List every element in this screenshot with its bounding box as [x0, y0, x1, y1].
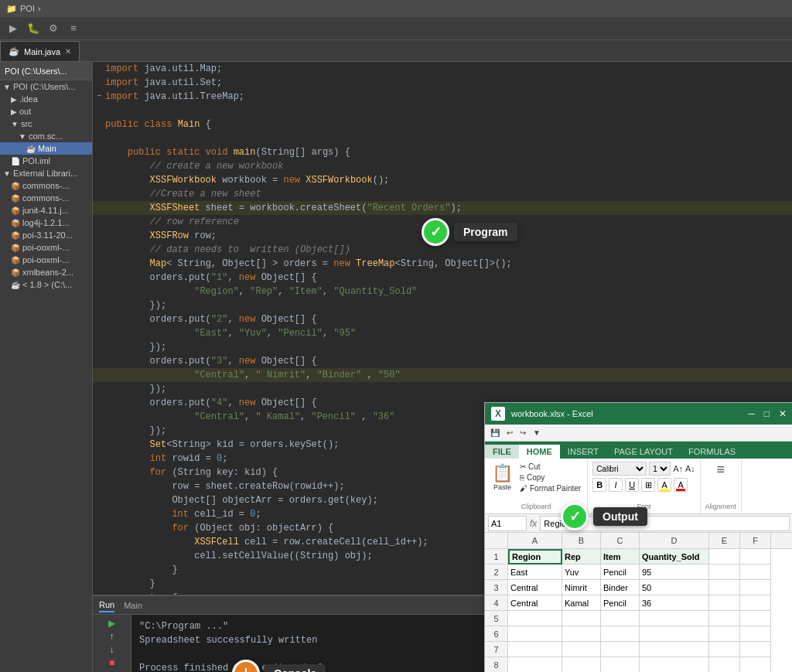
sidebar-item-poi-ooxml2[interactable]: 📦 poi-ooxml-... [0, 254, 92, 266]
underline-button[interactable]: U [625, 478, 639, 492]
sidebar-item-external-libs[interactable]: ▼ External Librari... [0, 167, 92, 179]
sidebar-header: POI (C:\Users\... [0, 62, 92, 80]
cell-a3[interactable]: Central [508, 580, 562, 595]
sidebar-item-junit[interactable]: 📦 junit-4.11.j... [0, 204, 92, 217]
settings-button[interactable]: ⚙ [45, 20, 62, 37]
cell-a2[interactable]: East [508, 565, 562, 580]
col-header-f: F [740, 533, 771, 548]
cell-d2[interactable]: 95 [640, 565, 709, 580]
paste-button[interactable]: 📋 Paste [490, 462, 515, 493]
code-line: import java.util.Map; [93, 62, 792, 76]
tab-insert[interactable]: INSERT [560, 445, 606, 459]
code-line: XSSFSheet sheet = workbook.createSheet("… [93, 201, 792, 215]
cell-d4[interactable]: 36 [640, 595, 709, 611]
folder-icon: ▶ [11, 107, 17, 116]
jar-icon: 📦 [11, 194, 20, 203]
sidebar-item-xmlbeans[interactable]: 📦 xmlbeans-2... [0, 266, 92, 278]
font-name-select[interactable]: Calibri [592, 462, 647, 476]
code-line: public static void main(String[] args) { [93, 145, 792, 159]
cell-b2[interactable]: Yuv [562, 565, 601, 580]
cut-button[interactable]: ✂ Cut [518, 462, 582, 472]
debug-button[interactable]: 🐛 [25, 20, 42, 37]
sidebar-item-package[interactable]: ▼ com.sc... [0, 130, 92, 142]
jar-icon: 📦 [11, 219, 20, 227]
more-toolbar-btn[interactable]: ▼ [531, 428, 543, 438]
minimize-icon[interactable]: ─ [748, 408, 755, 419]
border-button[interactable]: ⊞ [641, 478, 655, 492]
sidebar-item-src[interactable]: ▼ src [0, 118, 92, 130]
cell-d3[interactable]: 50 [640, 580, 709, 595]
cell-f1[interactable] [740, 549, 771, 565]
sidebar-item-commons2[interactable]: 📦 commons-... [0, 192, 92, 204]
code-line: orders.put("3", new Object[] { [93, 354, 792, 368]
cell-e2[interactable] [709, 565, 740, 580]
table-row: 5 [485, 611, 792, 626]
sidebar-item-poi-root[interactable]: ▼ POI (C:\Users\... [0, 80, 92, 93]
sidebar-item-poi-iml[interactable]: 📄 POI.iml [0, 155, 92, 167]
undo-btn[interactable]: ↩ [504, 428, 515, 438]
excel-window: X workbook.xlsx - Excel ─ □ ✕ 💾 ↩ ↪ ▼ FI… [484, 402, 792, 672]
tab-page-layout[interactable]: PAGE LAYOUT [606, 445, 681, 459]
redo-btn[interactable]: ↪ [517, 428, 528, 438]
code-line: − import java.util.TreeMap; [93, 90, 792, 104]
sidebar-item-out[interactable]: ▶ out [0, 105, 92, 118]
bold-button[interactable]: B [592, 478, 606, 492]
cell-f2[interactable] [740, 565, 771, 580]
maximize-icon[interactable]: □ [764, 408, 770, 419]
format-painter-icon: 🖌 [520, 484, 527, 493]
cell-e1[interactable] [709, 549, 740, 565]
run-console-btn[interactable]: ▶ [104, 618, 120, 629]
column-headers: A B C D E F [485, 533, 792, 549]
cell-d1[interactable]: Quantity_Sold [640, 549, 709, 565]
cell-f4[interactable] [740, 595, 771, 611]
tab-close-icon[interactable]: ✕ [65, 47, 71, 56]
sidebar-item-log4j[interactable]: 📦 log4j-1.2.1... [0, 217, 92, 229]
sidebar-item-poi[interactable]: 📦 poi-3.11-20... [0, 229, 92, 241]
italic-button[interactable]: I [609, 478, 623, 492]
more-button[interactable]: ≡ [65, 20, 82, 37]
scroll-up-btn[interactable]: ↑ [104, 631, 120, 642]
cell-b1[interactable]: Rep [562, 549, 601, 565]
fill-color-button[interactable]: A [657, 478, 671, 492]
save-btn[interactable]: 💾 [488, 428, 502, 438]
sidebar-item-commons1[interactable]: 📦 commons-... [0, 179, 92, 192]
code-line: //Create a new sheet [93, 187, 792, 201]
cell-b3[interactable]: Nimrit [562, 580, 601, 595]
cell-c2[interactable]: Pencil [601, 565, 640, 580]
tab-main-java[interactable]: ☕ Main.java ✕ [0, 41, 80, 61]
grow-icon[interactable]: A↑ [673, 464, 683, 473]
folder-open-icon: ▼ [11, 120, 19, 128]
sidebar-item-main-java[interactable]: ☕ Main [0, 142, 92, 155]
run-button[interactable]: ▶ [5, 20, 22, 37]
tab-formulas[interactable]: FORMULAS [681, 445, 743, 459]
sidebar-item-idea[interactable]: ▶ .idea [0, 93, 92, 105]
run-tab[interactable]: Run [99, 599, 114, 612]
cell-e4[interactable] [709, 595, 740, 611]
cell-a4[interactable]: Central [508, 595, 562, 611]
cell-c1[interactable]: Item [601, 549, 640, 565]
cell-f3[interactable] [740, 580, 771, 595]
sidebar-item-jdk[interactable]: ☕ < 1.8 > (C:\... [0, 278, 92, 291]
close-icon[interactable]: ✕ [779, 408, 787, 419]
output-badge: ✓ Output [561, 503, 647, 530]
main-tab[interactable]: Main [124, 599, 142, 612]
table-row: 6 [485, 626, 792, 642]
font-color-button[interactable]: A [674, 478, 688, 492]
cell-a1[interactable]: Region [508, 549, 562, 565]
cell-b4[interactable]: Kamal [562, 595, 601, 611]
scroll-down-btn[interactable]: ↓ [104, 644, 120, 655]
sidebar-item-poi-ooxml1[interactable]: 📦 poi-ooxml-... [0, 241, 92, 254]
cell-reference-box[interactable]: A1 [488, 516, 527, 531]
table-row: 2 East Yuv Pencil 95 [485, 565, 792, 580]
stop-btn[interactable]: ■ [104, 657, 120, 668]
font-size-select[interactable]: 11 [649, 462, 671, 476]
cell-e3[interactable] [709, 580, 740, 595]
tab-file-icon: ☕ [9, 46, 19, 56]
format-painter-button[interactable]: 🖌 Format Painter [518, 483, 582, 493]
cell-c3[interactable]: Binder [601, 580, 640, 595]
cell-c4[interactable]: Pencil [601, 595, 640, 611]
shrink-icon[interactable]: A↓ [685, 464, 695, 473]
tab-file[interactable]: FILE [485, 445, 519, 459]
copy-button[interactable]: ⎘ Copy [518, 472, 582, 483]
tab-home[interactable]: HOME [519, 445, 560, 459]
